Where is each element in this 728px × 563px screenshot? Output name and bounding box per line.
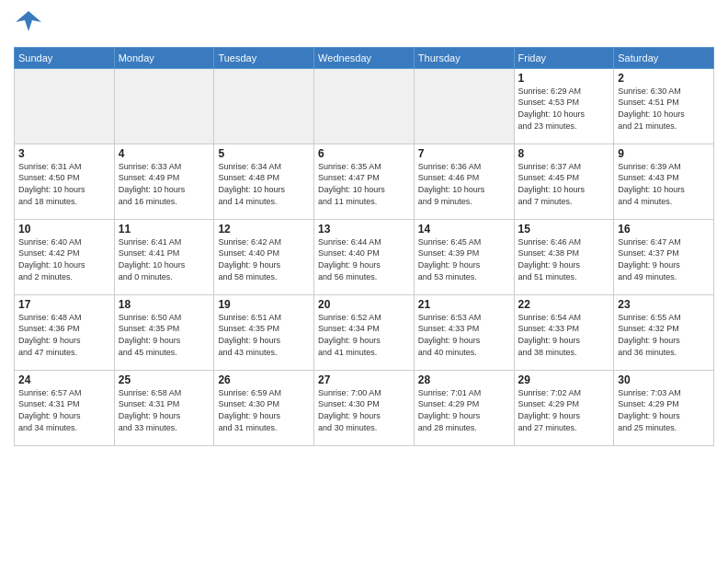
day-info: Sunrise: 6:29 AM Sunset: 4:53 PM Dayligh… [518,86,610,132]
weekday-header-saturday: Saturday [614,47,714,68]
day-number: 19 [218,298,310,311]
calendar-cell: 5Sunrise: 6:34 AM Sunset: 4:48 PM Daylig… [214,144,314,219]
weekday-header-monday: Monday [114,47,214,68]
day-number: 27 [318,373,410,386]
day-number: 25 [119,373,210,386]
calendar-cell: 28Sunrise: 7:01 AM Sunset: 4:29 PM Dayli… [414,370,514,445]
calendar-cell: 24Sunrise: 6:57 AM Sunset: 4:31 PM Dayli… [15,370,115,445]
week-row-3: 10Sunrise: 6:40 AM Sunset: 4:42 PM Dayli… [15,219,714,294]
day-number: 21 [418,298,510,311]
day-info: Sunrise: 6:39 AM Sunset: 4:43 PM Dayligh… [618,161,710,207]
day-info: Sunrise: 6:53 AM Sunset: 4:33 PM Dayligh… [418,312,510,358]
calendar-cell: 30Sunrise: 7:03 AM Sunset: 4:29 PM Dayli… [614,370,714,445]
calendar-table: SundayMondayTuesdayWednesdayThursdayFrid… [14,47,714,446]
day-number: 18 [119,298,210,311]
calendar-cell: 26Sunrise: 6:59 AM Sunset: 4:30 PM Dayli… [214,370,314,445]
day-number: 13 [318,223,410,236]
calendar-cell: 10Sunrise: 6:40 AM Sunset: 4:42 PM Dayli… [15,219,115,294]
day-info: Sunrise: 6:36 AM Sunset: 4:46 PM Dayligh… [418,161,510,207]
weekday-header-friday: Friday [514,47,614,68]
day-number: 7 [418,147,510,160]
calendar-cell: 27Sunrise: 7:00 AM Sunset: 4:30 PM Dayli… [314,370,415,445]
day-info: Sunrise: 6:51 AM Sunset: 4:35 PM Dayligh… [218,312,310,358]
logo-bird-icon [16,9,41,35]
day-number: 5 [218,147,310,160]
calendar-cell [314,68,415,144]
day-info: Sunrise: 7:03 AM Sunset: 4:29 PM Dayligh… [618,387,710,433]
logo [14,9,41,40]
calendar-cell: 22Sunrise: 6:54 AM Sunset: 4:33 PM Dayli… [514,294,614,370]
day-number: 3 [18,147,110,160]
week-row-4: 17Sunrise: 6:48 AM Sunset: 4:36 PM Dayli… [15,294,714,370]
day-number: 9 [618,147,710,160]
week-row-2: 3Sunrise: 6:31 AM Sunset: 4:50 PM Daylig… [15,144,714,219]
calendar-cell: 23Sunrise: 6:55 AM Sunset: 4:32 PM Dayli… [614,294,714,370]
calendar-cell: 25Sunrise: 6:58 AM Sunset: 4:31 PM Dayli… [114,370,214,445]
day-info: Sunrise: 6:45 AM Sunset: 4:39 PM Dayligh… [418,236,510,282]
day-number: 15 [518,223,610,236]
day-info: Sunrise: 7:01 AM Sunset: 4:29 PM Dayligh… [418,387,510,433]
week-row-1: 1Sunrise: 6:29 AM Sunset: 4:53 PM Daylig… [15,68,714,144]
calendar-cell: 15Sunrise: 6:46 AM Sunset: 4:38 PM Dayli… [514,219,614,294]
calendar-cell: 1Sunrise: 6:29 AM Sunset: 4:53 PM Daylig… [514,68,614,144]
day-number: 23 [618,298,710,311]
day-info: Sunrise: 6:50 AM Sunset: 4:35 PM Dayligh… [119,312,210,358]
calendar-cell: 20Sunrise: 6:52 AM Sunset: 4:34 PM Dayli… [314,294,415,370]
calendar-cell: 9Sunrise: 6:39 AM Sunset: 4:43 PM Daylig… [614,144,714,219]
day-info: Sunrise: 6:52 AM Sunset: 4:34 PM Dayligh… [318,312,410,358]
day-info: Sunrise: 6:40 AM Sunset: 4:42 PM Dayligh… [18,236,110,282]
week-row-5: 24Sunrise: 6:57 AM Sunset: 4:31 PM Dayli… [15,370,714,445]
day-info: Sunrise: 6:44 AM Sunset: 4:40 PM Dayligh… [318,236,410,282]
day-number: 26 [218,373,310,386]
calendar-cell: 13Sunrise: 6:44 AM Sunset: 4:40 PM Dayli… [314,219,415,294]
day-info: Sunrise: 6:33 AM Sunset: 4:49 PM Dayligh… [119,161,210,207]
calendar-cell: 3Sunrise: 6:31 AM Sunset: 4:50 PM Daylig… [15,144,115,219]
day-info: Sunrise: 6:41 AM Sunset: 4:41 PM Dayligh… [119,236,210,282]
day-number: 17 [18,298,110,311]
day-number: 4 [119,147,210,160]
calendar-cell: 8Sunrise: 6:37 AM Sunset: 4:45 PM Daylig… [514,144,614,219]
day-number: 24 [18,373,110,386]
day-info: Sunrise: 6:46 AM Sunset: 4:38 PM Dayligh… [518,236,610,282]
calendar-cell: 4Sunrise: 6:33 AM Sunset: 4:49 PM Daylig… [114,144,214,219]
day-number: 8 [518,147,610,160]
day-number: 11 [119,223,210,236]
calendar-cell [114,68,214,144]
day-info: Sunrise: 6:37 AM Sunset: 4:45 PM Dayligh… [518,161,610,207]
weekday-header-wednesday: Wednesday [314,47,415,68]
day-info: Sunrise: 6:47 AM Sunset: 4:37 PM Dayligh… [618,236,710,282]
day-info: Sunrise: 6:30 AM Sunset: 4:51 PM Dayligh… [618,86,710,132]
day-info: Sunrise: 7:02 AM Sunset: 4:29 PM Dayligh… [518,387,610,433]
day-info: Sunrise: 6:35 AM Sunset: 4:47 PM Dayligh… [318,161,410,207]
day-number: 14 [418,223,510,236]
calendar-cell: 16Sunrise: 6:47 AM Sunset: 4:37 PM Dayli… [614,219,714,294]
weekday-header-sunday: Sunday [15,47,115,68]
day-info: Sunrise: 6:59 AM Sunset: 4:30 PM Dayligh… [218,387,310,433]
day-number: 28 [418,373,510,386]
day-number: 10 [18,223,110,236]
day-info: Sunrise: 6:48 AM Sunset: 4:36 PM Dayligh… [18,312,110,358]
calendar-cell: 14Sunrise: 6:45 AM Sunset: 4:39 PM Dayli… [414,219,514,294]
calendar-cell: 11Sunrise: 6:41 AM Sunset: 4:41 PM Dayli… [114,219,214,294]
day-number: 12 [218,223,310,236]
calendar-cell: 18Sunrise: 6:50 AM Sunset: 4:35 PM Dayli… [114,294,214,370]
day-number: 22 [518,298,610,311]
weekday-header-thursday: Thursday [414,47,514,68]
svg-marker-0 [16,11,41,31]
calendar-cell: 12Sunrise: 6:42 AM Sunset: 4:40 PM Dayli… [214,219,314,294]
weekday-header-tuesday: Tuesday [214,47,314,68]
day-number: 1 [518,72,610,85]
day-info: Sunrise: 6:57 AM Sunset: 4:31 PM Dayligh… [18,387,110,433]
day-number: 16 [618,223,710,236]
day-number: 20 [318,298,410,311]
day-number: 6 [318,147,410,160]
day-info: Sunrise: 6:34 AM Sunset: 4:48 PM Dayligh… [218,161,310,207]
day-info: Sunrise: 6:42 AM Sunset: 4:40 PM Dayligh… [218,236,310,282]
calendar-cell [214,68,314,144]
calendar-cell: 17Sunrise: 6:48 AM Sunset: 4:36 PM Dayli… [15,294,115,370]
day-number: 2 [618,72,710,85]
calendar-cell [414,68,514,144]
day-number: 29 [518,373,610,386]
header [14,9,714,40]
page: SundayMondayTuesdayWednesdayThursdayFrid… [0,0,728,563]
